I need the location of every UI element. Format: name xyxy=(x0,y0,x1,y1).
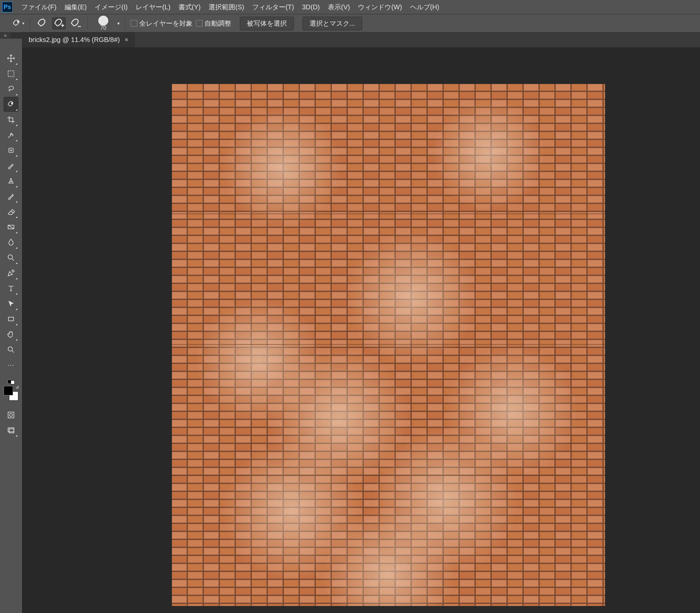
app-logo-icon: Ps xyxy=(2,2,13,12)
path-selection-tool[interactable] xyxy=(4,296,18,311)
panel-collapse-icon[interactable]: » xyxy=(0,32,11,39)
sample-all-layers-label: 全レイヤーを対象 xyxy=(139,19,193,28)
menu-help[interactable]: ヘルプ(H) xyxy=(406,1,444,14)
brush-preview-icon xyxy=(98,16,108,26)
sample-all-layers-checkbox[interactable]: 全レイヤーを対象 xyxy=(131,19,193,28)
svg-rect-8 xyxy=(8,412,14,418)
select-subject-button[interactable]: 被写体を選択 xyxy=(240,17,294,30)
subtract-from-selection-icon[interactable] xyxy=(69,17,82,29)
tools-panel: ⋯ ↺ xyxy=(0,39,22,613)
svg-point-5 xyxy=(8,255,12,259)
menu-bar: Ps ファイル(F) 編集(E) イメージ(I) レイヤー(L) 書式(Y) 選… xyxy=(0,0,700,14)
svg-point-28 xyxy=(432,97,545,211)
add-to-selection-icon[interactable] xyxy=(52,17,66,29)
eraser-tool[interactable] xyxy=(4,204,18,219)
svg-point-9 xyxy=(10,414,13,417)
rectangular-marquee-tool[interactable] xyxy=(4,66,18,81)
svg-point-27 xyxy=(222,107,342,227)
menu-select[interactable]: 選択範囲(S) xyxy=(204,1,248,14)
foreground-color-swatch[interactable] xyxy=(4,386,13,395)
menu-3d[interactable]: 3D(D) xyxy=(298,1,323,13)
type-tool[interactable] xyxy=(4,281,18,296)
blur-tool[interactable] xyxy=(4,235,18,250)
menu-layer[interactable]: レイヤー(L) xyxy=(132,1,174,14)
edit-toolbar-icon[interactable]: ⋯ xyxy=(4,358,18,372)
document-tab[interactable]: bricks2.jpg @ 11.4% (RGB/8#) × xyxy=(22,32,135,47)
separator xyxy=(88,17,88,29)
chevron-down-icon[interactable]: ▾ xyxy=(117,21,120,26)
svg-point-0 xyxy=(18,21,19,23)
separator xyxy=(30,17,30,29)
svg-rect-37 xyxy=(172,344,605,345)
pen-tool[interactable] xyxy=(4,266,18,281)
svg-rect-1 xyxy=(8,71,14,76)
rectangle-tool[interactable] xyxy=(4,312,18,326)
svg-rect-6 xyxy=(8,317,13,321)
document-canvas[interactable] xyxy=(172,84,605,606)
checkbox-icon xyxy=(131,20,137,27)
eyedropper-tool[interactable] xyxy=(4,128,18,142)
brick-texture-image xyxy=(172,84,605,606)
screen-mode-icon[interactable] xyxy=(4,423,18,438)
separator xyxy=(125,17,125,29)
menu-filter[interactable]: フィルター(T) xyxy=(248,1,298,14)
spot-healing-brush-tool[interactable] xyxy=(4,143,18,158)
menu-type[interactable]: 書式(Y) xyxy=(175,1,205,14)
menu-view[interactable]: 表示(V) xyxy=(324,1,354,14)
canvas-workspace[interactable] xyxy=(22,47,700,613)
brush-tool[interactable] xyxy=(4,158,18,173)
menu-edit[interactable]: 編集(E) xyxy=(61,1,91,14)
select-and-mask-button[interactable]: 選択とマスク... xyxy=(303,17,362,30)
brush-size-value: 70 xyxy=(100,25,106,31)
lasso-tool[interactable] xyxy=(4,82,18,96)
zoom-tool[interactable] xyxy=(4,342,18,357)
foreground-background-colors[interactable]: ↺ xyxy=(4,386,18,401)
document-tab-bar: bricks2.jpg @ 11.4% (RGB/8#) × xyxy=(22,32,700,47)
new-selection-icon[interactable] xyxy=(36,17,49,29)
history-brush-tool[interactable] xyxy=(4,189,18,204)
auto-enhance-label: 自動調整 xyxy=(204,19,231,28)
swap-colors-icon[interactable]: ↺ xyxy=(16,385,19,390)
crop-tool[interactable] xyxy=(4,112,18,127)
quick-mask-mode-icon[interactable] xyxy=(4,408,18,422)
move-tool[interactable] xyxy=(4,51,18,66)
svg-rect-38 xyxy=(172,475,605,476)
tool-preset-picker[interactable]: ▾ xyxy=(11,17,25,29)
document-tab-title: bricks2.jpg @ 11.4% (RGB/8#) xyxy=(29,36,120,44)
auto-enhance-checkbox[interactable]: 自動調整 xyxy=(196,19,231,28)
hand-tool[interactable] xyxy=(4,327,18,342)
dodge-tool[interactable] xyxy=(4,250,18,265)
gradient-tool[interactable] xyxy=(4,220,18,234)
options-bar: ▾ 70 ▾ 全レイヤーを対象 自動調整 被写体を選択 選択とマスク... xyxy=(0,14,700,32)
clone-stamp-tool[interactable] xyxy=(4,174,18,188)
svg-point-7 xyxy=(8,347,12,351)
brush-size-picker[interactable]: 70 xyxy=(93,15,113,31)
svg-rect-36 xyxy=(172,213,605,214)
menu-image[interactable]: イメージ(I) xyxy=(91,1,132,14)
svg-point-2 xyxy=(11,103,13,104)
menu-window[interactable]: ウィンドウ(W) xyxy=(354,1,406,14)
checkbox-icon xyxy=(196,20,202,27)
svg-rect-11 xyxy=(9,429,14,433)
menu-file[interactable]: ファイル(F) xyxy=(17,1,61,14)
quick-selection-tool[interactable] xyxy=(4,97,18,112)
close-icon[interactable]: × xyxy=(124,36,129,44)
default-colors-icon[interactable] xyxy=(7,379,15,384)
